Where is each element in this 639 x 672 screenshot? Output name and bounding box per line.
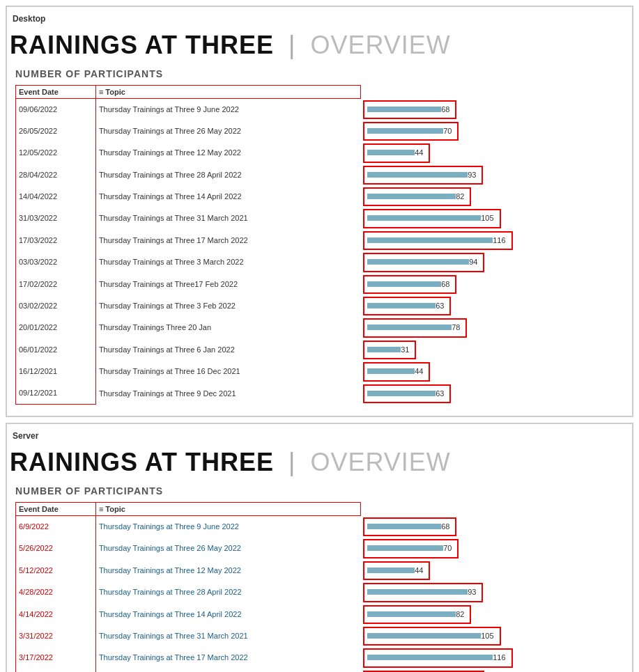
date-cell: 4/28/2022 bbox=[16, 581, 96, 603]
table-row: 3/17/2022Thursday Trainings at Three 17 … bbox=[16, 647, 624, 669]
bar-wrapper: 44 bbox=[363, 561, 430, 580]
desktop-label: Desktop bbox=[7, 13, 632, 25]
col-date-header[interactable]: Event Date bbox=[16, 86, 96, 99]
bar-cell: 82 bbox=[360, 604, 623, 625]
desktop-title: RAININGS AT THREE | OVERVIEW bbox=[7, 25, 632, 63]
bar-wrapper: 70 bbox=[363, 539, 459, 558]
table-row: 03/02/2022Thursday Trainings at Three 3 … bbox=[16, 295, 624, 317]
bar-value: 82 bbox=[456, 610, 464, 618]
topic-cell: Thursday Trainings at Three 28 April 202… bbox=[95, 581, 360, 603]
table-row: 31/03/2022Thursday Trainings at Three 31… bbox=[16, 208, 624, 229]
bar bbox=[367, 172, 468, 178]
bar bbox=[367, 259, 469, 265]
bar-wrapper: 68 bbox=[363, 275, 456, 294]
topic-cell: Thursday Trainings at Three 9 Dec 2021 bbox=[95, 383, 360, 405]
bar-cell: 116 bbox=[360, 647, 623, 669]
server-title: RAININGS AT THREE | OVERVIEW bbox=[7, 442, 632, 480]
topic-cell: Thursday Trainings at Three 3 March 2022 bbox=[95, 251, 360, 273]
date-cell: 06/01/2022 bbox=[16, 339, 96, 361]
server-section: Server RAININGS AT THREE | OVERVIEW NUMB… bbox=[6, 423, 633, 672]
bar-value: 116 bbox=[493, 653, 505, 662]
table-row: 3/3/2022Thursday Trainings at Three 3 Ma… bbox=[16, 669, 624, 672]
table-row: 16/12/2021Thursday Trainings at Three 16… bbox=[16, 361, 624, 382]
bar-wrapper: 70 bbox=[363, 122, 459, 141]
bar-cell: 70 bbox=[360, 538, 623, 559]
server-label: Server bbox=[7, 430, 632, 442]
bar-cell: 63 bbox=[360, 295, 623, 317]
bar-cell: 82 bbox=[360, 186, 623, 208]
server-col-date-header[interactable]: Event Date bbox=[16, 503, 96, 516]
bar-wrapper: 94 bbox=[363, 253, 484, 272]
date-cell: 31/03/2022 bbox=[16, 208, 96, 229]
topic-cell: Thursday Trainings at Three 9 June 2022 bbox=[95, 516, 360, 538]
bar-cell: 70 bbox=[360, 120, 623, 142]
bar-cell: 94 bbox=[360, 251, 623, 273]
bar bbox=[367, 303, 436, 308]
bar-wrapper: 93 bbox=[363, 583, 483, 602]
bar-cell: 44 bbox=[360, 560, 623, 581]
bar-cell: 93 bbox=[360, 164, 623, 186]
bar bbox=[367, 281, 441, 287]
topic-cell: Thursday Trainings at Three 17 March 202… bbox=[95, 230, 360, 251]
server-col-bar-header bbox=[360, 503, 623, 516]
bar-value: 44 bbox=[415, 566, 423, 575]
bar-value: 82 bbox=[456, 192, 464, 201]
bar-cell: 93 bbox=[360, 581, 623, 603]
bar-value: 44 bbox=[415, 148, 423, 157]
topic-cell: Thursday Trainings at Three 16 Dec 2021 bbox=[95, 361, 360, 382]
bar-wrapper: 82 bbox=[363, 187, 471, 206]
table-row: 4/28/2022Thursday Trainings at Three 28 … bbox=[16, 581, 624, 603]
bar-cell: 31 bbox=[360, 339, 623, 361]
bar bbox=[367, 524, 441, 529]
bar-value: 93 bbox=[468, 588, 476, 596]
topic-cell: Thursday Trainings at Three 3 Feb 2022 bbox=[95, 295, 360, 317]
table-row: 17/02/2022Thursday Trainings at Three17 … bbox=[16, 274, 624, 295]
bar-value: 94 bbox=[469, 258, 477, 266]
col-topic-header[interactable]: ≡Topic bbox=[95, 86, 360, 99]
bar-wrapper: 63 bbox=[363, 384, 451, 403]
bar-cell: 44 bbox=[360, 361, 623, 382]
bar bbox=[367, 347, 401, 352]
date-cell: 03/03/2022 bbox=[16, 251, 96, 273]
bar-cell: 78 bbox=[360, 317, 623, 338]
server-col-topic-header[interactable]: ≡Topic bbox=[95, 503, 360, 516]
bar bbox=[367, 655, 493, 660]
bar-cell: 68 bbox=[360, 516, 623, 538]
server-table-container: Event Date ≡Topic 6/9/2022Thursday Train… bbox=[7, 502, 632, 672]
bar-wrapper: 116 bbox=[363, 231, 512, 250]
topic-cell: Thursday Trainings at Three 12 May 2022 bbox=[95, 142, 360, 164]
title-overview: OVERVIEW bbox=[310, 31, 450, 59]
date-cell: 09/06/2022 bbox=[16, 99, 96, 120]
bar bbox=[367, 325, 452, 330]
bar-value: 78 bbox=[452, 323, 460, 331]
server-sort-icon: ≡ bbox=[99, 505, 103, 513]
topic-cell: Thursday Trainings at Three 28 April 202… bbox=[95, 164, 360, 186]
bar-value: 63 bbox=[436, 302, 444, 310]
bar-value: 70 bbox=[443, 127, 452, 135]
bar bbox=[367, 150, 415, 155]
bar-wrapper: 63 bbox=[363, 297, 451, 315]
desktop-section: Desktop RAININGS AT THREE | OVERVIEW NUM… bbox=[6, 6, 633, 417]
date-cell: 14/04/2022 bbox=[16, 186, 96, 208]
table-row: 20/01/2022Thursday Trainings Three 20 Ja… bbox=[16, 317, 624, 338]
bar-wrapper: 31 bbox=[363, 341, 416, 359]
topic-cell: Thursday Trainings at Three 31 March 202… bbox=[95, 208, 360, 229]
server-table: Event Date ≡Topic 6/9/2022Thursday Train… bbox=[15, 502, 624, 672]
bar bbox=[367, 128, 443, 134]
topic-cell: Thursday Trainings at Three 6 Jan 2022 bbox=[95, 339, 360, 361]
table-row: 5/12/2022Thursday Trainings at Three 12 … bbox=[16, 560, 624, 581]
bar bbox=[367, 237, 493, 243]
bar-cell: 44 bbox=[360, 142, 623, 164]
server-title-pipe: | bbox=[288, 448, 295, 476]
title-prefix: RAININGS AT THREE bbox=[10, 31, 274, 59]
bar bbox=[367, 194, 456, 199]
desktop-table: Event Date ≡Topic 09/06/2022Thursday Tra… bbox=[15, 85, 624, 405]
table-row: 09/12/2021Thursday Trainings at Three 9 … bbox=[16, 383, 624, 405]
bar bbox=[367, 611, 456, 617]
topic-cell: Thursday Trainings at Three 31 March 202… bbox=[95, 625, 360, 647]
date-cell: 20/01/2022 bbox=[16, 317, 96, 338]
bar-value: 70 bbox=[443, 544, 452, 552]
bar-value: 68 bbox=[441, 280, 449, 288]
bar-wrapper: 116 bbox=[363, 648, 512, 667]
bar-value: 105 bbox=[481, 632, 493, 640]
